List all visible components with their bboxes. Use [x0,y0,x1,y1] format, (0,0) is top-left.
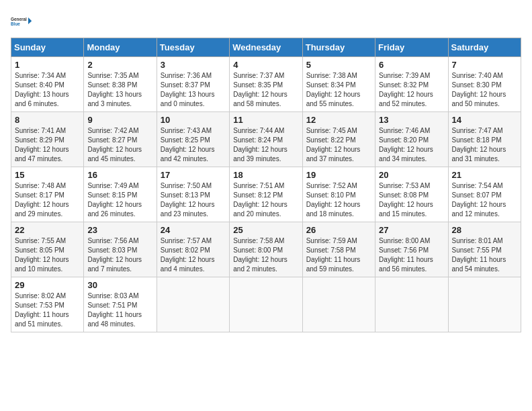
calendar-cell: 25Sunrise: 7:58 AMSunset: 8:00 PMDayligh… [230,222,302,277]
day-info: Sunrise: 7:50 AMSunset: 8:13 PMDaylight:… [161,181,226,219]
calendar-cell: 11Sunrise: 7:44 AMSunset: 8:24 PMDayligh… [230,112,302,167]
day-number: 20 [379,170,444,180]
calendar-cell: 6Sunrise: 7:39 AMSunset: 8:32 PMDaylight… [375,57,448,112]
calendar-week-4: 22Sunrise: 7:55 AMSunset: 8:05 PMDayligh… [11,222,521,277]
calendar-cell: 1Sunrise: 7:34 AMSunset: 8:40 PMDaylight… [11,57,84,112]
calendar-cell [448,277,521,332]
day-number: 28 [452,225,517,235]
calendar-cell: 3Sunrise: 7:36 AMSunset: 8:37 PMDaylight… [157,57,229,112]
day-info: Sunrise: 7:47 AMSunset: 8:18 PMDaylight:… [452,126,517,164]
day-info: Sunrise: 7:58 AMSunset: 8:00 PMDaylight:… [233,236,298,274]
day-number: 6 [379,60,444,70]
day-info: Sunrise: 7:52 AMSunset: 8:10 PMDaylight:… [306,181,371,219]
day-number: 9 [87,115,152,125]
calendar-week-2: 8Sunrise: 7:41 AMSunset: 8:29 PMDaylight… [11,112,521,167]
day-info: Sunrise: 7:55 AMSunset: 8:05 PMDaylight:… [15,236,80,274]
day-number: 15 [15,170,80,180]
calendar-cell: 4Sunrise: 7:37 AMSunset: 8:35 PMDaylight… [230,57,302,112]
calendar-cell [375,277,448,332]
day-number: 3 [161,60,226,70]
calendar-cell: 20Sunrise: 7:53 AMSunset: 8:08 PMDayligh… [375,167,448,222]
day-info: Sunrise: 7:56 AMSunset: 8:03 PMDaylight:… [87,236,152,274]
day-info: Sunrise: 7:53 AMSunset: 8:08 PMDaylight:… [379,181,444,219]
calendar-week-5: 29Sunrise: 8:02 AMSunset: 7:53 PMDayligh… [11,277,521,332]
day-number: 26 [306,225,371,235]
svg-marker-2 [28,17,32,24]
calendar-cell: 8Sunrise: 7:41 AMSunset: 8:29 PMDaylight… [11,112,84,167]
day-number: 19 [306,170,371,180]
calendar-table: SundayMondayTuesdayWednesdayThursdayFrid… [11,38,521,332]
day-info: Sunrise: 7:35 AMSunset: 8:38 PMDaylight:… [87,71,152,109]
weekday-header-wednesday: Wednesday [230,38,302,57]
day-info: Sunrise: 7:54 AMSunset: 8:07 PMDaylight:… [452,181,517,219]
day-info: Sunrise: 7:44 AMSunset: 8:24 PMDaylight:… [233,126,298,164]
day-info: Sunrise: 7:46 AMSunset: 8:20 PMDaylight:… [379,126,444,164]
weekday-header-sunday: Sunday [11,38,84,57]
calendar-cell: 15Sunrise: 7:48 AMSunset: 8:17 PMDayligh… [11,167,84,222]
day-info: Sunrise: 8:00 AMSunset: 7:56 PMDaylight:… [379,236,444,274]
weekday-header-row: SundayMondayTuesdayWednesdayThursdayFrid… [11,38,521,57]
calendar-cell [302,277,375,332]
calendar-cell [157,277,229,332]
day-number: 18 [233,170,298,180]
day-number: 10 [161,115,226,125]
day-info: Sunrise: 7:45 AMSunset: 8:22 PMDaylight:… [306,126,371,164]
weekday-header-monday: Monday [84,38,157,57]
day-number: 13 [379,115,444,125]
calendar-week-1: 1Sunrise: 7:34 AMSunset: 8:40 PMDaylight… [11,57,521,112]
calendar-cell: 23Sunrise: 7:56 AMSunset: 8:03 PMDayligh… [84,222,157,277]
day-info: Sunrise: 8:02 AMSunset: 7:53 PMDaylight:… [15,291,80,329]
day-number: 4 [233,60,298,70]
day-number: 11 [233,115,298,125]
day-number: 30 [87,280,152,290]
day-number: 25 [233,225,298,235]
logo: GeneralBlue [11,11,32,32]
svg-text:Blue: Blue [11,21,20,26]
day-number: 22 [15,225,80,235]
day-info: Sunrise: 7:57 AMSunset: 8:02 PMDaylight:… [161,236,226,274]
day-info: Sunrise: 7:34 AMSunset: 8:40 PMDaylight:… [15,71,80,109]
calendar-cell: 28Sunrise: 8:01 AMSunset: 7:55 PMDayligh… [448,222,521,277]
day-number: 16 [87,170,152,180]
day-number: 12 [306,115,371,125]
day-info: Sunrise: 7:51 AMSunset: 8:12 PMDaylight:… [233,181,298,219]
weekday-header-friday: Friday [375,38,448,57]
calendar-cell: 18Sunrise: 7:51 AMSunset: 8:12 PMDayligh… [230,167,302,222]
day-info: Sunrise: 7:59 AMSunset: 7:58 PMDaylight:… [306,236,371,274]
svg-text:General: General [11,17,27,21]
logo-icon: GeneralBlue [11,11,32,32]
calendar-cell: 29Sunrise: 8:02 AMSunset: 7:53 PMDayligh… [11,277,84,332]
calendar-cell: 24Sunrise: 7:57 AMSunset: 8:02 PMDayligh… [157,222,229,277]
page-header: GeneralBlue [11,11,521,32]
calendar-cell: 2Sunrise: 7:35 AMSunset: 8:38 PMDaylight… [84,57,157,112]
day-number: 5 [306,60,371,70]
calendar-cell: 26Sunrise: 7:59 AMSunset: 7:58 PMDayligh… [302,222,375,277]
day-number: 29 [15,280,80,290]
calendar-cell [230,277,302,332]
day-info: Sunrise: 7:42 AMSunset: 8:27 PMDaylight:… [87,126,152,164]
calendar-cell: 30Sunrise: 8:03 AMSunset: 7:51 PMDayligh… [84,277,157,332]
day-number: 14 [452,115,517,125]
weekday-header-tuesday: Tuesday [157,38,229,57]
day-info: Sunrise: 8:01 AMSunset: 7:55 PMDaylight:… [452,236,517,274]
day-number: 2 [87,60,152,70]
day-number: 27 [379,225,444,235]
calendar-cell: 27Sunrise: 8:00 AMSunset: 7:56 PMDayligh… [375,222,448,277]
calendar-cell: 17Sunrise: 7:50 AMSunset: 8:13 PMDayligh… [157,167,229,222]
calendar-cell: 16Sunrise: 7:49 AMSunset: 8:15 PMDayligh… [84,167,157,222]
calendar-cell: 10Sunrise: 7:43 AMSunset: 8:25 PMDayligh… [157,112,229,167]
calendar-cell: 5Sunrise: 7:38 AMSunset: 8:34 PMDaylight… [302,57,375,112]
calendar-cell: 13Sunrise: 7:46 AMSunset: 8:20 PMDayligh… [375,112,448,167]
calendar-cell: 21Sunrise: 7:54 AMSunset: 8:07 PMDayligh… [448,167,521,222]
day-number: 7 [452,60,517,70]
day-info: Sunrise: 8:03 AMSunset: 7:51 PMDaylight:… [87,291,152,329]
calendar-cell: 9Sunrise: 7:42 AMSunset: 8:27 PMDaylight… [84,112,157,167]
day-info: Sunrise: 7:36 AMSunset: 8:37 PMDaylight:… [161,71,226,109]
day-number: 1 [15,60,80,70]
day-info: Sunrise: 7:49 AMSunset: 8:15 PMDaylight:… [87,181,152,219]
day-info: Sunrise: 7:40 AMSunset: 8:30 PMDaylight:… [452,71,517,109]
calendar-cell: 14Sunrise: 7:47 AMSunset: 8:18 PMDayligh… [448,112,521,167]
calendar-cell: 22Sunrise: 7:55 AMSunset: 8:05 PMDayligh… [11,222,84,277]
day-info: Sunrise: 7:41 AMSunset: 8:29 PMDaylight:… [15,126,80,164]
day-info: Sunrise: 7:38 AMSunset: 8:34 PMDaylight:… [306,71,371,109]
